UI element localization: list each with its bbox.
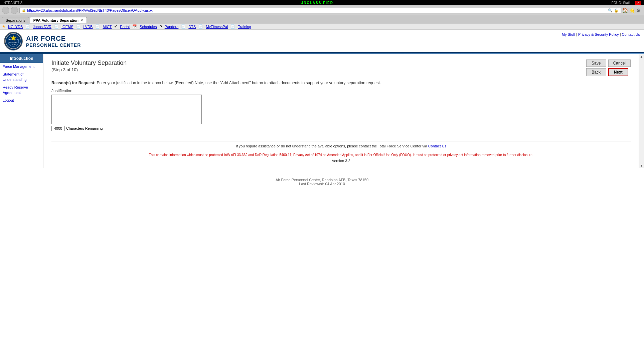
fav-junos-icon: 📄 [25,24,30,29]
home-icon[interactable]: 🏠 [622,8,628,13]
fav-pandora-icon: P [159,25,162,29]
scroll-down-arrow[interactable]: ▼ [639,163,644,168]
top-bar: INTRANET-S UNCLASSIFIED FOUO: Static ✕ [0,0,644,5]
top-bar-right: FOUO: Static ✕ [612,1,641,5]
fav-igems-icon: 📄 [54,24,59,29]
fav-fitness-icon: 📄 [198,24,203,29]
back-nav-button[interactable]: Back [586,68,606,76]
sidebar-item-statement[interactable]: Statement ofUnderstanding [0,71,43,84]
fav-myfitnesspal[interactable]: MyFitnessPal [206,25,228,29]
search-icon: 🔍 [608,8,613,13]
sidebar-item-force-management[interactable]: Force Management [0,63,43,71]
tab-separations[interactable]: Separations [2,17,29,23]
fav-lvdb[interactable]: LVDB [84,25,93,29]
header-links: My Stuff | Privacy & Security Policy | C… [562,32,640,36]
fav-igems[interactable]: IGEMS [61,25,73,29]
logo-text: AIR FORCE PERSONNEL CENTER [26,35,81,48]
fav-pandora[interactable]: Pandora [165,25,179,29]
footer-address: Air Force Personnel Center, Randolph AFB… [3,178,641,182]
my-stuff-link[interactable]: My Stuff [562,32,575,36]
footer-last-reviewed: Last Reviewed: 04 Apr 2010 [3,182,641,186]
page-title: Initiate Voluntary Separation [51,59,127,67]
footer-assist: If you require assistance or do not unde… [51,141,631,151]
fav-portal-icon: ✔ [114,24,117,29]
contact-us-footer-link[interactable]: Contact Us [428,144,446,148]
close-window-button[interactable]: ✕ [635,1,641,5]
instruction-label: Reason(s) for Request: [51,81,96,85]
url-input[interactable] [27,8,607,12]
site-title-2: PERSONNEL CENTER [26,42,81,48]
tab-ppa-voluntary[interactable]: PPA-Voluntary Separation ✕ [30,17,87,23]
forward-button[interactable]: → [11,7,18,14]
save-button[interactable]: Save [586,59,606,67]
back-button[interactable]: ← [2,7,9,14]
top-bar-left: INTRANET-S [3,1,22,5]
sidebar-intro[interactable]: Introduction [0,54,43,63]
afpc-logo: AIR FORCE PERSONNEL CENTER [4,32,23,50]
char-count-row: 4000 Characters Remaining [51,126,631,131]
tab-ppa-label: PPA-Voluntary Separation [33,18,78,22]
fav-schedules-icon: 📅 [132,24,137,29]
settings-icon[interactable]: ⚙ [636,8,641,13]
sidebar-item-ready-reserve[interactable]: Ready ReserveAgreement [0,84,43,97]
fav-training[interactable]: Training [238,25,251,29]
lock-icon: 🔒 [22,9,26,12]
privacy-link[interactable]: Privacy & Security Policy [578,32,619,36]
site-title-1: AIR FORCE [26,35,81,42]
footer-version: Version 3.2 [51,159,631,163]
favorites-icon[interactable]: ⭐ [629,8,635,13]
justification-textarea[interactable] [51,95,202,124]
char-count-box: 4000 [51,126,65,131]
fav-schedules[interactable]: Schedules [140,25,157,29]
next-button[interactable]: Next [608,68,628,76]
form-section: Reason(s) for Request: Enter your justif… [51,80,631,131]
tab-separations-label: Separations [6,18,25,22]
browser-nav: ← → 🔒 🔍 🔒 🏠 ⭐ ⚙ [0,5,644,15]
footer-privacy: This contains information which must be … [51,153,631,157]
nav-icons: 🏠 ⭐ ⚙ [622,8,642,13]
contact-us-header-link[interactable]: Contact Us [622,32,640,36]
content-area: Initiate Voluntary Separation (Step 3 of… [43,54,639,168]
bottom-btn-row: Back Next [586,68,631,76]
fav-nglydb[interactable]: NGLYDB [8,25,23,29]
right-scrollbar[interactable]: ▲ ▼ [639,54,644,168]
svg-text:PERSONNEL: PERSONNEL [9,41,18,43]
button-area: Save Cancel Back Next [586,59,631,78]
fav-dts[interactable]: DTS [188,25,196,29]
lock-status-icon: 🔒 [614,8,619,13]
classification-label: UNCLASSIFIED [301,1,333,5]
fav-lvdb-icon: 📄 [76,24,81,29]
cancel-button[interactable]: Cancel [608,59,631,67]
page-subtitle: (Step 3 of 10) [51,67,127,72]
top-btn-row: Save Cancel [586,59,631,67]
browser-chrome: ← → 🔒 🔍 🔒 🏠 ⭐ ⚙ Separations PPA-Voluntar… [0,5,644,24]
site-header: AIR FORCE PERSONNEL CENTER AIR FORCE PER… [0,30,644,53]
fav-mict[interactable]: MICT [103,25,112,29]
address-icons: 🔍 🔒 [608,8,619,13]
fav-junos[interactable]: Junos DVR [33,25,51,29]
page-header: Initiate Voluntary Separation (Step 3 of… [51,59,127,76]
tab-close-icon[interactable]: ✕ [80,19,83,22]
fav-training-icon: 📄 [230,24,235,29]
site-footer: Air Force Personnel Center, Randolph AFB… [0,175,644,189]
svg-text:CENTER: CENTER [11,44,16,45]
sidebar: Introduction Force Management Statement … [0,54,43,168]
form-instruction: Reason(s) for Request: Enter your justif… [51,80,631,86]
favorites-bar: ★ NGLYDB 📄 Junos DVR 📄 IGEMS 📄 LVDB 📄 MI… [0,24,644,30]
scroll-up-arrow[interactable]: ▲ [639,54,644,59]
fav-mict-icon: 📄 [95,24,100,29]
justification-label: Justification: [51,89,631,93]
instruction-text: Enter your justification in the textbox … [97,81,381,85]
assist-text: If you require assistance or do not unde… [236,144,427,148]
fav-portal[interactable]: Portal [120,25,130,29]
main-wrapper: Introduction Force Management Statement … [0,54,644,168]
favorites-star-icon: ★ [2,24,5,29]
sidebar-item-logout[interactable]: Logout [0,97,43,104]
address-bar: 🔒 🔍 🔒 [19,8,621,13]
fav-dts-icon: 📄 [181,24,186,29]
char-remaining-label: Characters Remaining [66,126,103,130]
site-logo: AIR FORCE PERSONNEL CENTER AIR FORCE PER… [4,32,81,50]
